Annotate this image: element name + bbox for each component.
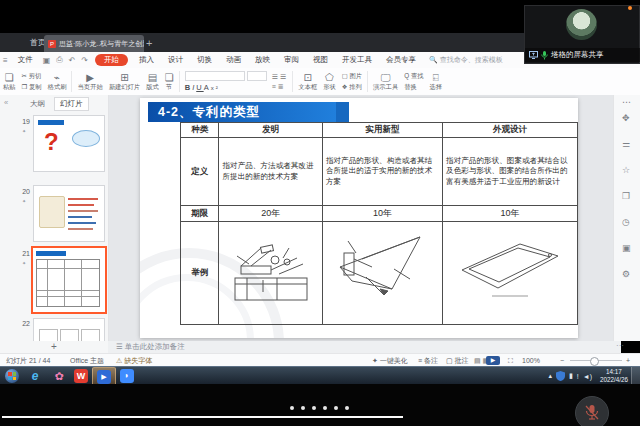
row-label-term: 期限 [181,206,219,222]
menu-view[interactable]: 视图 [306,55,335,65]
page-dot[interactable] [334,406,338,410]
underline-button[interactable]: U [196,83,203,92]
font-name-input[interactable] [185,71,245,81]
slide-thumbnail-20[interactable] [33,185,105,242]
align-icons[interactable]: ≡≣ [272,83,289,91]
notification-dot [628,6,632,10]
settings-gear-icon[interactable]: ⚙ [622,269,630,279]
wps-ribbon: ❏粘贴 ✂ 剪切 ❐ 复制 ⌁格式刷 ▶当页开始 ⊞新建幻灯片 ▤版式 ❏节 B… [0,68,640,96]
picture-button[interactable]: ▢ 图片 [342,72,362,81]
page-dot[interactable] [301,406,305,410]
page-dot[interactable] [312,406,316,410]
right-tool-rail: ⋯ ✥ ⚌ ☆ ❐ ◷ ▣ ⚙ [613,95,640,341]
print-icon[interactable]: ⎙ [53,55,65,65]
menu-animation[interactable]: 动画 [219,55,248,65]
menu-transition[interactable]: 切换 [190,55,219,65]
command-search[interactable]: 🔍 查找命令、搜索模板 [429,55,503,65]
tab-outline[interactable]: 大纲 [30,99,45,109]
menu-insert[interactable]: 插入 [132,55,161,65]
play-from-current-button[interactable]: ▶当页开始 [74,68,105,95]
start-button[interactable] [5,369,19,383]
present-tools-button[interactable]: 🖵演示工具 [370,68,401,95]
wps-workarea: « 大纲 幻灯片 19 ✦ ? 20 ✦ [0,95,640,341]
meeting-app-icon: ▶ [97,370,111,384]
taskbar-clock[interactable]: 14:17 2022/4/26 [600,368,628,384]
undo-icon[interactable]: ↶ [66,56,79,65]
second-app-icon[interactable]: ◗ [120,369,134,383]
screen-share-video-tile[interactable]: 塔格的屏幕共享 [524,5,640,64]
tray-alert-icon[interactable]: ! [577,373,579,380]
remote-app-icon[interactable]: ✿ [52,369,66,383]
menu-devtools[interactable]: 开发工具 [335,55,379,65]
layers-icon[interactable]: ❐ [622,191,630,201]
command-search-label: 查找命令、搜索模板 [440,56,503,63]
definition-invention: 指对产品、方法或者其改进所提出的新的技术方案 [219,138,322,206]
notes-row: + ☰ 单击此处添加备注 ··· [0,341,640,353]
show-desktop-button[interactable] [631,367,640,385]
copy-button[interactable]: ❐ 复制 [22,83,42,92]
adjust-icon[interactable]: ⚌ [622,139,630,149]
volume-icon[interactable]: ◄) [583,373,592,380]
format-painter-button[interactable]: ⌁格式刷 [45,68,70,95]
superscript-button[interactable]: x² [211,85,220,91]
menu-home-active[interactable]: 开始 [95,54,128,66]
term-design: 10年 [443,206,578,222]
replace-button[interactable]: 替换 [404,83,423,92]
panel-more-icon[interactable]: ··· [616,341,624,351]
select-button[interactable]: ⍇选择 [427,68,446,95]
page-dot[interactable] [290,406,294,410]
star-icon[interactable]: ☆ [622,165,630,175]
wps-taskbar-icon[interactable]: W [74,369,88,383]
redo-icon[interactable]: ↷ [78,56,91,65]
hamburger-icon[interactable]: ≡ [0,56,11,65]
arrange-button[interactable]: ❖ 排列 [342,83,362,92]
meeting-bottom-band [0,384,640,426]
slideshow-play-button[interactable]: ▶ [486,356,500,365]
slide-thumbnail-21-selected[interactable] [31,246,107,314]
cut-button[interactable]: ✂ 剪切 [22,72,42,81]
section-button[interactable]: ❏节 [162,68,177,95]
textbox-button[interactable]: ⊡文本框 [295,68,320,95]
bullet-list-icon[interactable]: ☰☰ [272,73,289,81]
share-icon[interactable]: ✥ [622,113,630,123]
font-size-input[interactable] [247,71,267,81]
current-slide[interactable]: 4-2、专利的类型 种类 发明 实用新型 外观设计 定义 指对产品、方法或者其改… [140,98,578,338]
notes-placeholder: 单击此处添加备注 [125,342,185,351]
save-icon[interactable]: ▣ [40,56,54,65]
add-slide-button[interactable]: + [0,341,109,353]
new-tab-button[interactable]: + [146,35,152,51]
page-dot[interactable] [345,406,349,410]
menu-review[interactable]: 审阅 [277,55,306,65]
browser-icon[interactable]: e [28,369,42,383]
page-dot[interactable] [323,406,327,410]
layout-button[interactable]: ▤版式 [143,68,162,95]
image-panel-icon[interactable]: ▣ [622,243,631,253]
notes-input[interactable]: ☰ 单击此处添加备注 [108,341,621,353]
menu-member[interactable]: 会员专享 [379,55,423,65]
find-button[interactable]: Q 查找 [404,72,423,81]
collapse-panel-button[interactable]: « [4,98,8,107]
slide-thumbnail-19[interactable]: ? [33,115,105,172]
tab-slides-active[interactable]: 幻灯片 [54,97,89,111]
tray-expand-icon[interactable]: ▴ [548,372,552,380]
tray-network-icon[interactable]: ▮ [569,372,573,380]
mic-mute-button[interactable] [575,396,609,426]
new-slide-button[interactable]: ⊞新建幻灯片 [106,68,143,95]
security-shield-icon[interactable] [556,371,565,381]
help-icon[interactable]: ◷ [622,217,630,227]
slide-number: 20 [14,188,30,195]
more-icon[interactable]: ⋯ [622,97,631,107]
paste-button[interactable]: ❏粘贴 [0,68,19,95]
share-label: 塔格的屏幕共享 [551,50,604,60]
tab-document[interactable]: P 思益·陈小龙..权与青年之创新 [44,35,144,52]
slide-number: 22 [14,320,30,327]
layout-icon: ▤ [148,72,157,83]
zoom-slider-knob[interactable] [590,357,599,366]
menu-slideshow[interactable]: 放映 [248,55,277,65]
menu-file[interactable]: 文件 [11,55,40,65]
slide-thumbnail-22[interactable] [33,318,105,341]
menu-design[interactable]: 设计 [161,55,190,65]
text-color-button[interactable]: A [204,83,211,92]
screen-edge-line [2,416,403,418]
shape-button[interactable]: ⬠形状 [320,68,339,95]
